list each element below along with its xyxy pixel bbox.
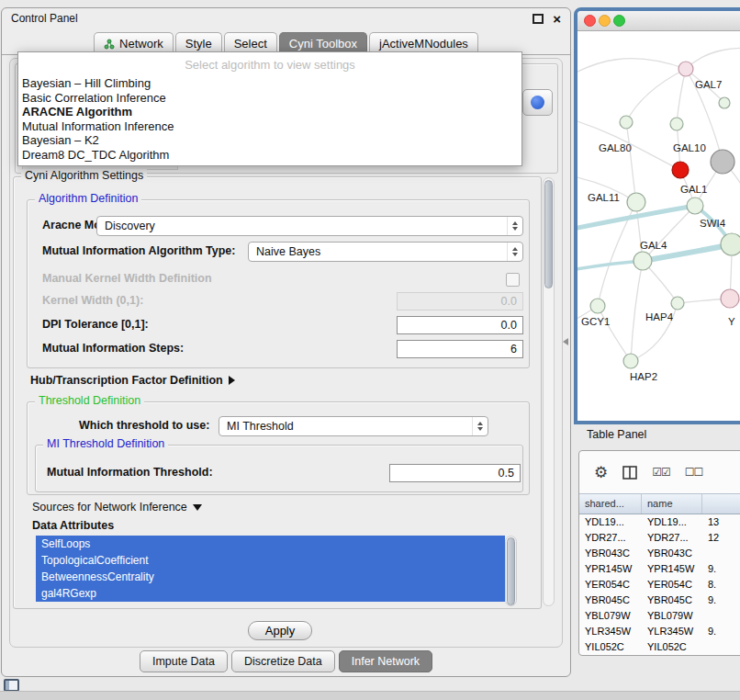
attribute-item[interactable]: BetweennessCentrality (36, 569, 505, 585)
tab-infer-network[interactable]: Infer Network (339, 650, 432, 672)
network-node[interactable] (719, 97, 730, 108)
table-cell[interactable]: 8. (702, 577, 740, 593)
table-cell[interactable]: YIL052C (642, 639, 702, 655)
table-cell[interactable]: 9. (702, 561, 740, 577)
scrollbar-thumb[interactable] (544, 180, 553, 288)
table-row[interactable]: YPR145WYPR145W9. (579, 561, 740, 577)
column-header-name[interactable]: name (642, 494, 702, 514)
table-row[interactable]: YBR043CYBR043C (579, 546, 740, 561)
table-cell[interactable]: YER054C (642, 577, 702, 593)
network-edge[interactable] (686, 48, 740, 69)
hub-definition-toggle[interactable]: Hub/Transcription Factor Definition (30, 374, 235, 387)
network-node[interactable] (687, 198, 703, 214)
dropdown-option[interactable]: ARACNE Algorithm (18, 105, 521, 119)
table-cell[interactable]: YDL19... (579, 514, 642, 530)
table-cell[interactable]: YPR145W (642, 561, 702, 577)
table-row[interactable]: YDR27...YDR27...12 (579, 530, 740, 546)
network-node[interactable] (623, 354, 638, 368)
network-node[interactable] (721, 233, 740, 255)
column-header-3[interactable] (702, 494, 740, 514)
network-node[interactable] (670, 118, 683, 130)
deselect-all-checkboxes-icon[interactable]: ☐☐ (685, 466, 703, 479)
table-cell[interactable]: YDL19... (642, 514, 702, 530)
dropdown-option[interactable]: Basic Correlation Inference (18, 91, 521, 106)
mi-algorithm-type-select[interactable]: Naive Bayes (248, 242, 523, 262)
table-panel-tab[interactable]: Table Panel (579, 425, 654, 444)
splitter-collapse-arrow[interactable] (563, 338, 568, 345)
network-node[interactable] (627, 193, 645, 211)
table-cell[interactable]: YPR145W (579, 561, 642, 577)
attributes-scrollbar[interactable] (505, 536, 517, 606)
sources-toggle[interactable]: Sources for Network Inference (32, 501, 202, 514)
tab-discretize-data[interactable]: Discretize Data (231, 650, 335, 672)
dropdown-option[interactable]: Mutual Information Inference (18, 119, 521, 134)
table-row[interactable]: YDL19...YDL19...13 (579, 514, 740, 530)
apply-button[interactable]: Apply (248, 621, 312, 640)
table-cell[interactable]: 13 (702, 514, 740, 530)
aracne-mode-select[interactable]: Discovery (96, 216, 523, 236)
zoom-traffic-light[interactable] (613, 15, 625, 27)
table-row[interactable]: YLR345WYLR345W9. (579, 624, 740, 639)
network-node[interactable] (672, 162, 689, 178)
network-node[interactable] (590, 299, 605, 313)
mi-steps-input[interactable] (397, 340, 523, 358)
network-edge[interactable] (631, 261, 643, 361)
restore-panel-icon[interactable] (4, 679, 19, 692)
network-node[interactable] (721, 289, 739, 308)
table-cell[interactable] (702, 546, 740, 561)
table-cell[interactable]: YBR043C (642, 546, 702, 561)
table-row[interactable]: YBR045CYBR045C9. (579, 593, 740, 608)
network-node[interactable] (671, 297, 684, 310)
table-cell[interactable] (702, 608, 740, 624)
network-node[interactable] (678, 62, 693, 76)
table-cell[interactable]: YBL079W (579, 608, 642, 624)
table-cell[interactable]: YBR045C (579, 593, 642, 608)
network-node[interactable] (711, 150, 734, 174)
dropdown-option[interactable]: Dream8 DC_TDC Algorithm (18, 148, 521, 163)
table-cell[interactable]: 9. (702, 593, 740, 608)
select-all-checkboxes-icon[interactable]: ☑☑ (652, 466, 670, 479)
columns-icon[interactable] (622, 466, 637, 480)
table-row[interactable]: YIL052CYIL052C (579, 639, 740, 655)
column-header-shared[interactable]: shared... (579, 494, 642, 514)
manual-kernel-width-checkbox[interactable] (506, 273, 520, 287)
network-edge[interactable] (626, 69, 686, 122)
attribute-item[interactable]: gal4RGexp (36, 585, 505, 602)
settings-scrollbar[interactable] (543, 177, 555, 606)
close-traffic-light[interactable] (584, 15, 596, 27)
table-cell[interactable]: YDR27... (579, 530, 642, 546)
dropdown-option[interactable]: Bayesian – K2 (18, 133, 521, 148)
gear-icon[interactable]: ⚙ (594, 463, 608, 481)
scrollbar-thumb[interactable] (507, 537, 515, 605)
table-cell[interactable]: YLR345W (579, 624, 642, 639)
table-cell[interactable]: YER054C (579, 577, 642, 593)
algorithm-info-button[interactable] (522, 89, 553, 116)
table-cell[interactable]: 12 (702, 530, 740, 546)
table-cell[interactable]: YBR045C (642, 593, 702, 608)
network-edge[interactable] (626, 122, 636, 202)
tab-impute-data[interactable]: Impute Data (140, 650, 228, 672)
network-edge[interactable] (598, 306, 631, 361)
table-cell[interactable]: YDR27... (642, 530, 702, 546)
table-cell[interactable]: 9. (702, 624, 740, 639)
dpi-tolerance-input[interactable] (397, 316, 523, 334)
table-cell[interactable]: YBL079W (642, 608, 702, 624)
network-edge[interactable] (677, 69, 686, 124)
which-threshold-select[interactable]: MI Threshold (219, 416, 488, 436)
network-node[interactable] (620, 116, 633, 129)
attribute-item[interactable]: SelfLoops (36, 536, 505, 552)
mi-threshold-input[interactable] (389, 464, 521, 482)
float-window-icon[interactable] (533, 14, 544, 24)
table-row[interactable]: YBL079WYBL079W (579, 608, 740, 624)
table-row[interactable]: YER054CYER054C8. (579, 577, 740, 593)
minimize-traffic-light[interactable] (599, 15, 611, 27)
network-canvas[interactable]: GAL7GAL80GAL10GAL11GAL1SWI4GAL4GCY1HAP4H… (577, 31, 740, 421)
table-cell[interactable]: YIL052C (579, 639, 642, 655)
attribute-item[interactable]: TopologicalCoefficient (36, 552, 505, 569)
table-cell[interactable]: YBR043C (579, 546, 642, 561)
dropdown-option[interactable]: Bayesian – Hill Climbing (18, 76, 521, 91)
close-window-icon[interactable]: × (553, 12, 561, 26)
table-cell[interactable]: YLR345W (642, 624, 702, 639)
network-node[interactable] (633, 252, 652, 270)
table-cell[interactable] (702, 639, 740, 655)
